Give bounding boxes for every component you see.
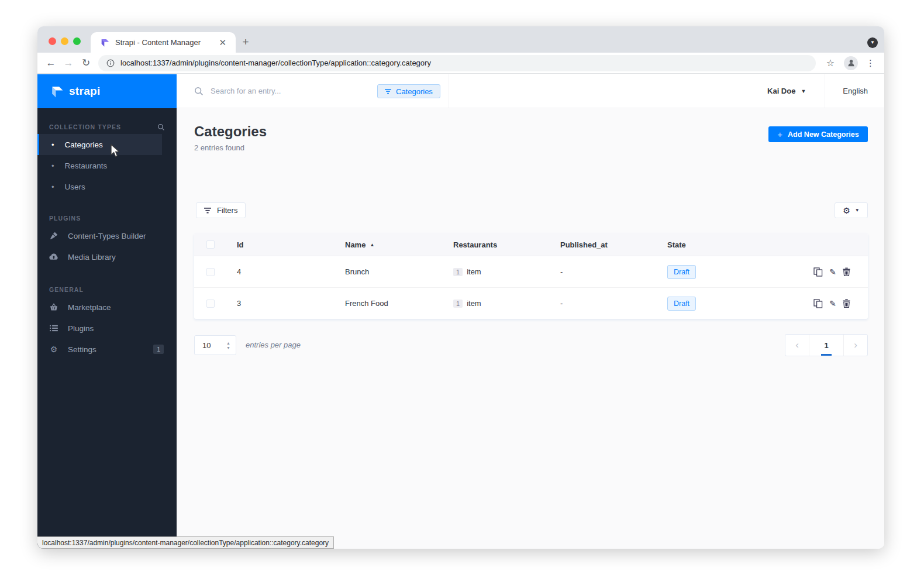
delete-icon[interactable] <box>843 299 850 308</box>
select-all-checkbox[interactable] <box>206 240 215 249</box>
count-badge: 1 <box>453 300 463 308</box>
section-title: COLLECTION TYPES <box>49 123 121 130</box>
topbar-divider <box>449 74 449 108</box>
entries-per-page-label: entries per page <box>246 340 301 349</box>
user-menu[interactable]: Kai Doe <box>767 87 795 95</box>
sidebar-item-label: Content-Types Builder <box>68 232 146 240</box>
entries-table: Id Name▲ Restaurants Published_at State … <box>194 233 868 319</box>
sidebar-item-restaurants[interactable]: • Restaurants <box>37 155 177 176</box>
bookmark-star-icon[interactable]: ☆ <box>822 57 839 68</box>
logo-text: strapi <box>69 85 101 98</box>
person-icon <box>847 58 856 67</box>
sidebar-item-users[interactable]: • Users <box>37 176 177 197</box>
sidebar-item-plugins[interactable]: Plugins <box>37 318 177 339</box>
status-bar-url: localhost:1337/admin/plugins/content-man… <box>37 536 334 549</box>
topbar-right: Kai Doe ▼ English <box>767 74 884 108</box>
browser-profile-avatar[interactable] <box>844 56 858 70</box>
language-selector[interactable]: English <box>843 87 868 95</box>
stepper-icons[interactable]: ▲▼ <box>226 341 236 350</box>
filter-icon <box>204 208 211 214</box>
sidebar-item-marketplace[interactable]: Marketplace <box>37 297 177 318</box>
cell-published-at: - <box>550 299 657 308</box>
gear-icon: ⚙ <box>49 345 58 353</box>
column-header-published-at[interactable]: Published_at <box>550 240 657 249</box>
row-checkbox[interactable] <box>206 268 215 276</box>
sort-ascending-icon: ▲ <box>370 242 374 247</box>
filters-button[interactable]: Filters <box>196 202 246 218</box>
row-checkbox[interactable] <box>206 300 215 308</box>
toolbar-right: ☆ ⋮ <box>822 56 878 70</box>
table-row[interactable]: 4 Brunch 1 item - Draft <box>194 256 868 287</box>
browser-window: Strapi - Content Manager ✕ + ▼ ← → ↻ loc… <box>37 26 884 549</box>
section-collection-types: COLLECTION TYPES <box>37 120 177 134</box>
browser-toolbar: ← → ↻ localhost:1337/admin/plugins/conte… <box>37 53 884 74</box>
cell-name: Brunch <box>335 267 443 276</box>
browser-tabstrip: Strapi - Content Manager ✕ + ▼ <box>37 26 884 53</box>
sidebar-item-label: Categories <box>65 140 103 149</box>
sidebar-item-label: Marketplace <box>68 303 111 312</box>
entry-search-input[interactable] <box>211 87 345 95</box>
sidebar-item-label: Restaurants <box>65 161 108 170</box>
count-label: item <box>467 299 481 308</box>
table-settings-button[interactable]: ⚙ ▼ <box>835 202 868 218</box>
previous-page-icon[interactable]: ‹ <box>785 335 809 356</box>
table-row[interactable]: 3 French Food 1 item - Draft <box>194 287 868 319</box>
sidebar-item-categories[interactable]: • Categories <box>37 134 162 155</box>
add-new-categories-button[interactable]: + Add New Categories <box>768 126 868 142</box>
tab-close-icon[interactable]: ✕ <box>216 37 229 48</box>
forward-icon[interactable]: → <box>60 57 77 69</box>
plus-icon: + <box>777 129 782 139</box>
cell-id: 4 <box>227 267 335 276</box>
browser-tab[interactable]: Strapi - Content Manager ✕ <box>91 32 236 53</box>
tab-overflow-icon[interactable]: ▼ <box>867 37 878 48</box>
site-info-icon[interactable] <box>106 59 115 67</box>
table-header-row: Id Name▲ Restaurants Published_at State <box>194 233 868 256</box>
list-icon <box>49 325 58 332</box>
next-page-icon[interactable]: › <box>844 335 867 356</box>
filters-button-label: Filters <box>217 206 237 215</box>
current-page[interactable]: 1 <box>809 335 844 356</box>
sidebar-item-content-types-builder[interactable]: Content-Types Builder <box>37 225 177 246</box>
collection-filter-chip[interactable]: Categories <box>377 84 440 98</box>
column-header-restaurants[interactable]: Restaurants <box>443 240 550 249</box>
column-header-id[interactable]: Id <box>227 240 335 249</box>
search-icon <box>194 87 204 96</box>
browser-menu-icon[interactable]: ⋮ <box>863 58 878 68</box>
sidebar-item-media-library[interactable]: Media Library <box>37 246 177 267</box>
duplicate-icon[interactable] <box>813 299 823 308</box>
sidebar-item-label: Users <box>65 183 85 191</box>
count-badge: 1 <box>453 268 463 276</box>
zoom-window-button[interactable] <box>73 37 81 45</box>
sidebar-item-settings[interactable]: ⚙ Settings 1 <box>37 339 177 360</box>
back-icon[interactable]: ← <box>42 57 60 69</box>
edit-icon[interactable]: ✎ <box>829 300 836 308</box>
minimize-window-button[interactable] <box>61 37 68 45</box>
column-header-state[interactable]: State <box>657 240 792 249</box>
state-badge: Draft <box>667 297 696 311</box>
duplicate-icon[interactable] <box>813 267 823 277</box>
search-icon[interactable] <box>157 123 165 131</box>
close-window-button[interactable] <box>49 37 56 45</box>
topbar-divider <box>825 74 825 108</box>
gear-icon: ⚙ <box>843 206 850 215</box>
row-actions: ✎ <box>792 299 868 308</box>
cloud-upload-icon <box>49 253 58 260</box>
cell-restaurants: 1 item <box>443 267 550 276</box>
chevron-down-icon[interactable]: ▼ <box>801 88 806 94</box>
logo-band[interactable]: strapi <box>37 74 177 108</box>
page-size-select[interactable]: 10 ▲▼ <box>194 335 236 355</box>
count-label: item <box>467 267 481 276</box>
mouse-cursor <box>110 144 120 158</box>
edit-icon[interactable]: ✎ <box>829 268 836 276</box>
desktop: Strapi - Content Manager ✕ + ▼ ← → ↻ loc… <box>0 0 924 585</box>
column-header-name[interactable]: Name▲ <box>335 240 443 249</box>
section-title: PLUGINS <box>49 215 81 222</box>
sidebar: strapi COLLECTION TYPES • Categories <box>37 74 177 549</box>
cell-id: 3 <box>227 299 335 308</box>
url-bar[interactable]: localhost:1337/admin/plugins/content-man… <box>98 55 816 71</box>
reload-icon[interactable]: ↻ <box>77 57 95 69</box>
delete-icon[interactable] <box>843 267 850 276</box>
new-tab-icon[interactable]: + <box>238 35 253 50</box>
section-title: GENERAL <box>49 286 84 293</box>
url-text: localhost:1337/admin/plugins/content-man… <box>120 58 431 67</box>
